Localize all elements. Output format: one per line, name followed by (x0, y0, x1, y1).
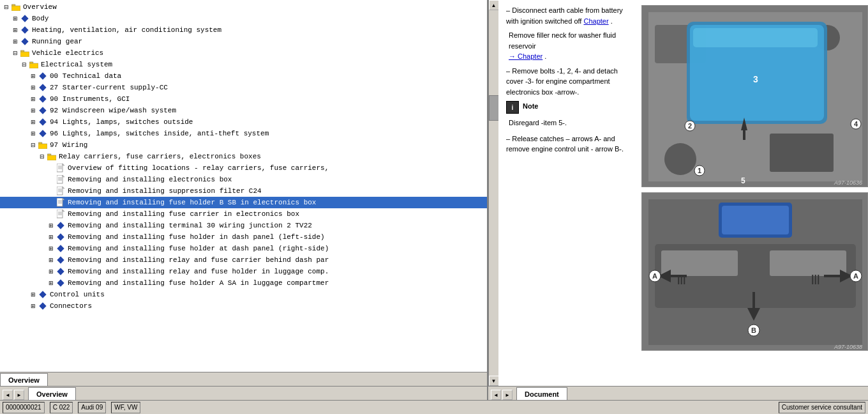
right-nav-prev-btn[interactable]: ◄ (491, 390, 501, 400)
expand-icon[interactable] (47, 176, 55, 183)
svg-rect-34 (57, 187, 63, 195)
svg-text:5: 5 (741, 176, 745, 185)
tree-item[interactable]: ⊞Control units (0, 289, 487, 300)
folder-open-icon (47, 151, 57, 162)
tree-container[interactable]: ⊟Overview⊞Body⊞Heating, ventilation, air… (0, 0, 487, 372)
tree-item[interactable]: ⊞Removing and installing relay and fuse … (0, 254, 487, 266)
tree-item[interactable]: ⊞Heating, ventilation, air conditioning … (0, 24, 487, 36)
expand-icon[interactable] (47, 210, 55, 218)
scroll-down-btn[interactable]: ▼ (489, 376, 499, 386)
instruction-3: – Remove bolts -1, 2, 4- and detach cove… (506, 66, 634, 98)
period-1: . (611, 17, 613, 25)
expand-icon[interactable]: ⊞ (29, 118, 37, 126)
left-scrollbar[interactable]: ▲ ▼ (488, 0, 498, 386)
svg-point-62 (664, 143, 696, 175)
expand-icon[interactable]: ⊞ (29, 95, 37, 103)
expand-icon[interactable]: ⊞ (29, 130, 37, 137)
expand-icon[interactable] (47, 164, 55, 172)
expand-icon[interactable]: ⊞ (47, 245, 55, 252)
expand-icon[interactable]: ⊟ (20, 61, 28, 68)
expand-icon[interactable]: ⊞ (29, 291, 37, 298)
image-bottom: ||| A ||| A (641, 192, 868, 351)
expand-icon[interactable]: ⊞ (29, 302, 37, 310)
svg-rect-83 (770, 250, 846, 276)
tree-item-label: Removing and installing fuse holder A SA… (68, 279, 329, 287)
tree-item[interactable]: ⊞Removing and installing terminal 30 wir… (0, 220, 487, 231)
tree-item[interactable]: ⊞96 Lights, lamps, switches inside, anti… (0, 128, 487, 139)
tree-item[interactable]: ⊞94 Lights, lamps, switches outside (0, 116, 487, 128)
svg-text:3: 3 (753, 74, 758, 84)
diamond-icon (38, 94, 48, 104)
expand-icon[interactable]: ⊞ (47, 279, 55, 287)
expand-icon[interactable]: ⊞ (47, 268, 55, 275)
right-nav-arrows[interactable]: ◄ ► (491, 390, 513, 400)
scroll-thumb[interactable] (489, 95, 499, 121)
tree-item[interactable]: ⊞Removing and installing fuse holder at … (0, 243, 487, 254)
dash-4: – (506, 135, 512, 142)
svg-text:|||: ||| (677, 273, 685, 284)
tree-item[interactable]: ⊞90 Instruments, GCI (0, 93, 487, 105)
expand-icon[interactable]: ⊟ (38, 153, 46, 160)
expand-icon[interactable]: ⊞ (11, 38, 19, 45)
doc-icon (56, 163, 66, 173)
image-top: 3 2 4 (641, 5, 868, 187)
tree-item[interactable]: ⊞Removing and installing fuse holder in … (0, 231, 487, 243)
expand-icon[interactable] (47, 187, 55, 195)
expand-icon[interactable]: ⊞ (47, 222, 55, 229)
left-panel: ⊟Overview⊞Body⊞Heating, ventilation, air… (0, 0, 488, 386)
expand-icon[interactable]: ⊞ (29, 72, 37, 80)
tab-document[interactable]: Document (516, 387, 567, 400)
scroll-up-btn[interactable]: ▲ (489, 0, 499, 10)
tree-item[interactable]: ⊞Connectors (0, 300, 487, 312)
right-panel[interactable]: – Disconnect earth cable from battery wi… (498, 0, 868, 386)
tree-item[interactable]: ⊟Vehicle electrics (0, 47, 487, 59)
expand-icon[interactable]: ⊞ (29, 84, 37, 91)
svg-rect-16 (39, 118, 46, 125)
svg-rect-13 (39, 84, 46, 91)
svg-marker-45 (63, 210, 64, 211)
tree-item[interactable]: ⊟Relay carriers, fuse carriers, electron… (0, 151, 487, 162)
svg-rect-24 (57, 164, 63, 172)
right-nav-next-btn[interactable]: ► (502, 390, 513, 400)
note-text: Disregard -item 5-. (506, 118, 634, 128)
tab-overview[interactable]: Overview (0, 373, 48, 386)
tree-item[interactable]: ⊞92 Windscreen wipe/wash system (0, 105, 487, 116)
nav-next-btn[interactable]: ► (14, 390, 24, 400)
expand-icon[interactable]: ⊞ (11, 26, 19, 34)
svg-rect-66 (693, 28, 818, 47)
tree-item[interactable]: Removing and installing electronics box (0, 174, 487, 185)
tree-item[interactable]: Overview of fitting locations - relay ca… (0, 162, 487, 174)
expand-icon[interactable]: ⊞ (11, 15, 19, 22)
tree-item[interactable]: ⊞27 Starter-current supply-CC (0, 82, 487, 93)
tree-item[interactable]: Removing and installing fuse holder B SB… (0, 197, 487, 208)
expand-icon[interactable]: ⊞ (47, 256, 55, 264)
tree-item[interactable]: ⊞Removing and installing fuse holder A S… (0, 277, 487, 289)
tree-item-label: 96 Lights, lamps, switches inside, anti-… (50, 130, 269, 137)
tree-item[interactable]: ⊟Electrical system (0, 59, 487, 70)
nav-prev-btn[interactable]: ◄ (3, 390, 13, 400)
expand-icon[interactable]: ⊟ (11, 49, 19, 57)
expand-icon[interactable] (47, 199, 55, 206)
left-bottom-tabs: Overview (0, 372, 487, 386)
expand-icon[interactable]: ⊟ (29, 141, 37, 149)
tree-item[interactable]: ⊟Overview (0, 1, 487, 13)
left-nav-arrows[interactable]: ◄ ► (3, 390, 24, 400)
tab-left-overview[interactable]: Overview (28, 387, 76, 400)
tree-item[interactable]: ⊞Running gear (0, 36, 487, 47)
tree-item-label: Removing and installing fuse carrier in … (68, 210, 299, 218)
diamond-icon (56, 220, 66, 231)
tree-item[interactable]: ⊟97 Wiring (0, 139, 487, 151)
tree-item-label: 90 Instruments, GCI (50, 95, 130, 103)
tree-item[interactable]: ⊞00 Technical data (0, 70, 487, 82)
tree-item[interactable]: Removing and installing suppression filt… (0, 185, 487, 197)
expand-icon[interactable]: ⊞ (29, 107, 37, 114)
chapter-link-2[interactable]: → Chapter (509, 52, 542, 60)
note-label: Note (523, 101, 538, 112)
tree-item[interactable]: ⊞Removing and installing relay and fuse … (0, 266, 487, 277)
folder-open-icon (38, 140, 48, 150)
expand-icon[interactable]: ⊞ (47, 233, 55, 241)
expand-icon[interactable]: ⊟ (3, 3, 10, 11)
tree-item[interactable]: ⊞Body (0, 13, 487, 24)
chapter-link-1[interactable]: Chapter (583, 17, 608, 25)
tree-item[interactable]: Removing and installing fuse carrier in … (0, 208, 487, 220)
